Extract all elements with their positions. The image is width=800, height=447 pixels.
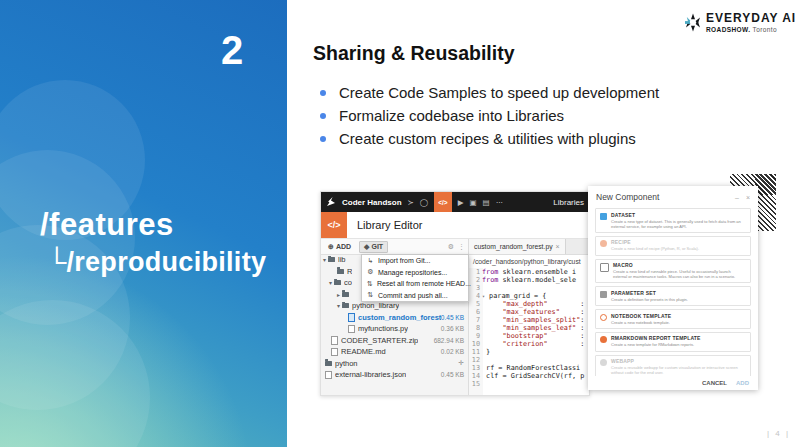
commit-push-icon: ⇅: [367, 291, 374, 299]
bullet-text: Formalize codebase into Libraries: [339, 107, 564, 124]
tree-row-python[interactable]: python ✛: [321, 358, 468, 370]
dashboard-grid-icon[interactable]: ▤: [483, 198, 490, 207]
close-tab-icon[interactable]: ×: [556, 243, 560, 250]
lab-icon[interactable]: ◯: [420, 198, 428, 207]
logo-title: EVERYDAY AI: [706, 12, 796, 24]
code-menu-active-icon[interactable]: </>: [434, 192, 451, 212]
rmarkdown-icon: [600, 336, 607, 343]
diagonal-hatch-decoration: [755, 174, 776, 231]
component-parameter-set[interactable]: PARAMETER SETCreate a definition for pre…: [595, 286, 751, 306]
menu-item-commit-push[interactable]: ⇅ Commit and push all...: [362, 290, 468, 302]
webapp-icon: [600, 359, 607, 366]
bundle-icon[interactable]: ▣: [469, 198, 476, 207]
file-icon: [331, 336, 338, 345]
component-notebook-template[interactable]: NOTEBOOK TEMPLATECreate a new notebook t…: [595, 309, 751, 329]
slide: 2 /features └/reproducibility: [0, 0, 800, 447]
section-path-line1: /features: [40, 206, 266, 243]
slide-number: 2: [214, 28, 250, 73]
bullet-item: Create Code Samples to speed up developm…: [320, 84, 659, 107]
library-editor-screenshot: Coder Handson ≻ ◯ </> ▶ ▣ ▤ ⋯ Libraries …: [320, 191, 590, 396]
caret-down-icon[interactable]: ▾: [337, 302, 340, 309]
component-dataset[interactable]: DATASETCreate a new type of dataset. Thi…: [595, 208, 751, 233]
tree-row-readme[interactable]: README.md 0.02 KB: [321, 346, 468, 358]
manage-repos-icon: ⚙: [367, 268, 374, 276]
plus-circle-icon: ⊕: [328, 243, 334, 251]
menu-item-import-from-git[interactable]: ↳ Import from Git...: [362, 255, 468, 267]
file-icon: [348, 325, 355, 334]
add-plus-icon[interactable]: ✛: [459, 359, 468, 367]
git-button[interactable]: ◆ GIT: [359, 241, 388, 253]
close-icon[interactable]: ×: [746, 194, 750, 201]
tree-row-myfunctions[interactable]: myfunctions.py 0.36 KB: [321, 323, 468, 335]
dialog-footer: CANCEL ADD: [588, 376, 758, 390]
recipe-icon: [600, 240, 607, 247]
logo-subtitle-bold: ROADSHOW.: [706, 26, 750, 33]
bullet-text: Create Code Samples to speed up developm…: [339, 84, 659, 101]
file-icon: [331, 348, 338, 357]
dss-top-navbar: Coder Handson ≻ ◯ </> ▶ ▣ ▤ ⋯ Libraries: [321, 192, 589, 212]
editor-tab-label: custom_random_forest.py: [474, 243, 553, 250]
libraries-menu-label[interactable]: Libraries: [553, 198, 584, 207]
menu-item-manage-repositories[interactable]: ⚙ Manage repositories...: [362, 267, 468, 279]
component-recipe[interactable]: RECIPECreate a new kind of recipe (Pytho…: [595, 236, 751, 256]
minimize-icon[interactable]: –: [735, 194, 739, 201]
file-tree: ▾ lib R ▾ co ▸: [321, 254, 468, 395]
file-path: /coder_handson/python_library/cust: [469, 255, 589, 269]
tree-row-coder-starter[interactable]: CODER_STARTER.zip 682.94 KB: [321, 335, 468, 347]
dialog-header: New Component – ×: [588, 186, 758, 206]
add-button-disabled[interactable]: ADD: [736, 380, 749, 386]
git-icon: ◆: [364, 243, 369, 251]
logo-subtitle: ROADSHOW. Toronto: [706, 27, 796, 34]
menu-item-reset-from-head[interactable]: ⇅ Reset all from remote HEAD...: [362, 278, 468, 290]
parameter-set-icon: [600, 291, 607, 298]
tree-row-custom-random-forest[interactable]: custom_random_forest... 0.45 KB: [321, 312, 468, 324]
editor-tab[interactable]: custom_random_forest.py ×: [469, 239, 566, 254]
section-path: /features └/reproducibility: [40, 206, 266, 279]
file-tree-panel: ⊕ ADD ◆ GIT ⚙ ⋮ ▾ lib: [321, 239, 469, 395]
kebab-menu-icon[interactable]: ⋮: [458, 243, 465, 251]
caret-down-icon[interactable]: ▾: [329, 279, 332, 286]
left-accent-panel: 2 /features └/reproducibility: [0, 0, 287, 447]
folder-icon: [342, 292, 349, 297]
tree-toolbar-right: ⚙ ⋮: [448, 243, 468, 251]
cancel-button[interactable]: CANCEL: [702, 380, 727, 386]
library-editor-title: Library Editor: [357, 212, 422, 238]
flow-icon[interactable]: ≻: [408, 198, 414, 207]
dataset-icon: [600, 213, 607, 220]
bullet-item: Formalize codebase into Libraries: [320, 107, 659, 130]
more-menu-icon[interactable]: ⋯: [496, 198, 504, 207]
dialog-controls: – ×: [735, 194, 750, 201]
add-button-label: ADD: [336, 243, 351, 250]
project-name[interactable]: Coder Handson: [342, 198, 402, 207]
bullet-dot: [320, 136, 326, 142]
folder-icon: [328, 257, 335, 262]
folder-icon: [325, 361, 332, 366]
bullet-item: Create custom recipes & utilities with p…: [320, 130, 659, 153]
bird-logo-icon[interactable]: [326, 193, 336, 211]
dialog-title: New Component: [596, 192, 659, 202]
logo-subtitle-light: Toronto: [753, 26, 777, 33]
add-button[interactable]: ⊕ ADD: [324, 242, 355, 252]
new-component-dialog: New Component – × DATASETCreate a new ty…: [588, 186, 758, 390]
bullet-dot: [320, 90, 326, 96]
component-list: DATASETCreate a new type of dataset. Thi…: [588, 206, 758, 390]
tree-row-external-libraries[interactable]: external-libraries.json 0.45 KB: [321, 369, 468, 381]
file-icon: [348, 313, 355, 322]
caret-down-icon[interactable]: ▾: [323, 256, 326, 263]
reset-arrows-icon: ⇅: [367, 280, 373, 288]
tree-toolbar: ⊕ ADD ◆ GIT ⚙ ⋮: [321, 239, 468, 255]
code-editor-panel: custom_random_forest.py × /coder_handson…: [469, 239, 589, 395]
component-rmarkdown-template[interactable]: RMARKDOWN REPORT TEMPLATECreate a new te…: [595, 332, 751, 352]
jobs-play-icon[interactable]: ▶: [458, 198, 464, 207]
page-title: Sharing & Reusability: [313, 42, 515, 65]
editor-tab-bar: custom_random_forest.py ×: [469, 239, 589, 255]
bullet-list: Create Code Samples to speed up developm…: [320, 84, 659, 153]
code-area[interactable]: 1from sklearn.ensemble i 2from sklearn.m…: [469, 268, 589, 395]
folder-icon: [334, 280, 341, 285]
folder-icon: [342, 303, 349, 308]
macro-icon: [600, 263, 609, 272]
import-git-icon: ↳: [367, 257, 374, 265]
gear-icon[interactable]: ⚙: [448, 243, 454, 251]
caret-right-icon[interactable]: ▸: [337, 291, 340, 298]
component-macro[interactable]: MACROCreate a new kind of runnable piece…: [595, 259, 751, 284]
